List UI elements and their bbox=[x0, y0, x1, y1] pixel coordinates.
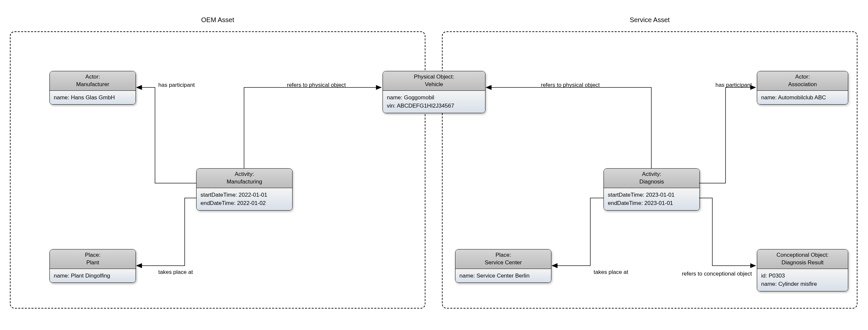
node-attr: name: Cylinder misfire bbox=[761, 280, 844, 289]
node-header: Place: Plant bbox=[50, 249, 135, 269]
node-type: Place: bbox=[53, 251, 132, 259]
node-subtype: Manufacturer bbox=[53, 81, 132, 88]
edge-label-takes-place-1: takes place at bbox=[158, 269, 193, 275]
node-body: name: Plant Dingolfing bbox=[50, 269, 135, 283]
node-attr: startDateTime: 2023-01-01 bbox=[608, 191, 695, 199]
edge-label-has-participant-1: has participant bbox=[158, 82, 195, 88]
edge-label-takes-place-2: takes place at bbox=[594, 269, 628, 275]
node-type: Actor: bbox=[53, 73, 132, 81]
node-body: name: Automobilclub ABC bbox=[757, 91, 848, 104]
node-header: Conceptional Object: Diagnosis Result bbox=[757, 249, 848, 269]
node-body: name: Hans Glas GmbH bbox=[50, 91, 135, 104]
node-header: Actor: Manufacturer bbox=[50, 71, 135, 91]
node-subtype: Vehicle bbox=[386, 81, 482, 88]
node-body: name: Goggomobil vin: ABCDEFG1HI2J34567 bbox=[383, 91, 485, 113]
oem-asset-title: OEM Asset bbox=[10, 16, 425, 24]
node-type: Activity: bbox=[200, 171, 289, 178]
edge-label-has-participant-2: has participant bbox=[679, 82, 752, 88]
node-attr: endDateTime: 2023-01-01 bbox=[608, 199, 695, 208]
node-body: startDateTime: 2022-01-01 endDateTime: 2… bbox=[196, 188, 292, 210]
node-subtype: Diagnosis bbox=[607, 178, 696, 186]
node-type: Place: bbox=[459, 251, 548, 259]
node-header: Physical Object: Vehicle bbox=[383, 71, 485, 91]
node-header: Activity: Manufacturing bbox=[196, 169, 292, 188]
node-attr: startDateTime: 2022-01-01 bbox=[200, 191, 288, 199]
node-attr: name: Hans Glas GmbH bbox=[54, 93, 132, 102]
node-subtype: Plant bbox=[53, 259, 132, 267]
physical-object-vehicle-node: Physical Object: Vehicle name: Goggomobi… bbox=[382, 71, 486, 113]
node-attr: name: Automobilclub ABC bbox=[761, 93, 844, 102]
node-attr: id: P0303 bbox=[761, 272, 844, 280]
node-header: Actor: Association bbox=[757, 71, 848, 91]
service-asset-title: Service Asset bbox=[442, 16, 857, 24]
place-service-center-node: Place: Service Center name: Service Cent… bbox=[455, 249, 551, 283]
node-attr: name: Plant Dingolfing bbox=[54, 272, 132, 280]
node-attr: endDateTime: 2022-01-02 bbox=[200, 199, 288, 208]
node-body: startDateTime: 2023-01-01 endDateTime: 2… bbox=[604, 188, 700, 210]
node-header: Activity: Diagnosis bbox=[604, 169, 700, 188]
conceptional-object-diagnosis-result-node: Conceptional Object: Diagnosis Result id… bbox=[757, 249, 848, 291]
node-type: Conceptional Object: bbox=[761, 251, 845, 259]
node-attr: name: Goggomobil bbox=[387, 93, 481, 102]
node-body: name: Service Center Berlin bbox=[456, 269, 551, 283]
activity-diagnosis-node: Activity: Diagnosis startDateTime: 2023-… bbox=[603, 168, 700, 211]
edge-label-refers-physical-2: refers to physical object bbox=[541, 82, 600, 88]
activity-manufacturing-node: Activity: Manufacturing startDateTime: 2… bbox=[196, 168, 292, 211]
node-body: id: P0303 name: Cylinder misfire bbox=[757, 269, 848, 291]
actor-manufacturer-node: Actor: Manufacturer name: Hans Glas GmbH bbox=[50, 71, 136, 104]
place-plant-node: Place: Plant name: Plant Dingolfing bbox=[50, 249, 136, 283]
node-subtype: Association bbox=[761, 81, 845, 88]
node-subtype: Manufacturing bbox=[200, 178, 289, 186]
node-type: Physical Object: bbox=[386, 73, 482, 81]
node-attr: name: Service Center Berlin bbox=[459, 272, 547, 280]
edge-label-refers-conceptional: refers to conceptional object bbox=[663, 271, 752, 277]
node-attr: vin: ABCDEFG1HI2J34567 bbox=[387, 102, 481, 110]
node-header: Place: Service Center bbox=[456, 249, 551, 269]
node-subtype: Service Center bbox=[459, 259, 548, 267]
actor-association-node: Actor: Association name: Automobilclub A… bbox=[757, 71, 848, 104]
node-type: Actor: bbox=[761, 73, 845, 81]
node-subtype: Diagnosis Result bbox=[761, 259, 845, 267]
edge-label-refers-physical-1: refers to physical object bbox=[287, 82, 346, 88]
node-type: Activity: bbox=[607, 171, 696, 178]
